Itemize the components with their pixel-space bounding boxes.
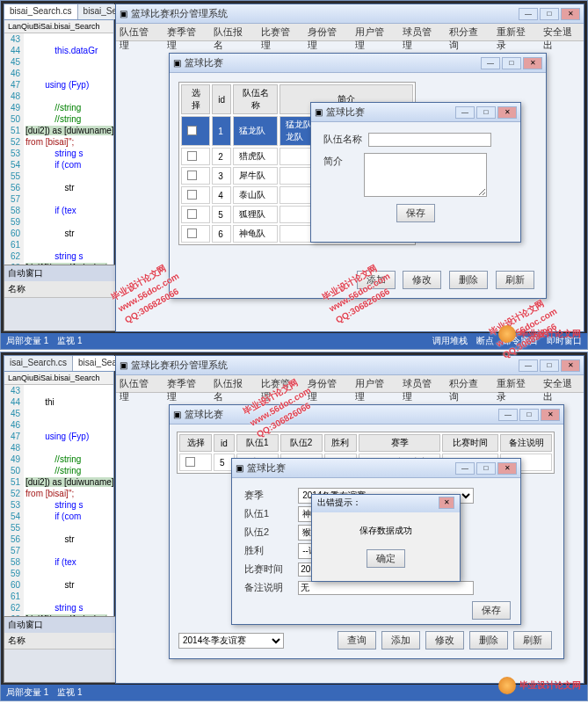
menu-match[interactable]: 比赛管理: [261, 25, 298, 39]
menu-team[interactable]: 队伍管理: [120, 25, 156, 39]
menu-exit[interactable]: 安全退出: [543, 377, 580, 390]
mth-t2[interactable]: 队伍2: [280, 434, 323, 452]
menu-signup[interactable]: 队伍报名: [214, 25, 250, 39]
mth-sel[interactable]: 选择: [179, 434, 212, 452]
chk[interactable]: [187, 151, 197, 161]
edit-button[interactable]: 修改: [403, 271, 441, 289]
mf-min[interactable]: —: [455, 462, 475, 475]
chk[interactable]: [187, 190, 197, 200]
th-name[interactable]: 队伍名称: [233, 84, 278, 114]
menu-user[interactable]: 用户管理: [355, 25, 392, 39]
save-button[interactable]: 保存: [396, 204, 435, 222]
status-breakpoint[interactable]: 断点: [476, 335, 494, 347]
add-button-2[interactable]: 添加: [381, 631, 420, 650]
desc-input[interactable]: [364, 153, 487, 197]
close-2[interactable]: ✕: [561, 359, 580, 372]
mth-win[interactable]: 胜利: [324, 434, 357, 452]
menu-user[interactable]: 用户管理: [355, 377, 392, 390]
del-button-2[interactable]: 删除: [469, 631, 508, 650]
note-input[interactable]: [298, 581, 474, 595]
chk[interactable]: [187, 209, 197, 219]
mf-close[interactable]: ✕: [497, 462, 517, 475]
mf-max[interactable]: □: [476, 462, 496, 475]
menu-relogin[interactable]: 重新登录: [497, 377, 534, 390]
mth-season[interactable]: 赛季: [359, 434, 441, 452]
name-input[interactable]: [368, 133, 491, 147]
tab-1[interactable]: bisai_Search.cs: [4, 4, 78, 19]
refresh-button[interactable]: 刷新: [496, 271, 534, 289]
dialog-icon: ▣: [173, 58, 181, 68]
mdlg-min[interactable]: —: [498, 409, 518, 421]
max-2[interactable]: □: [540, 359, 559, 372]
menu-season[interactable]: 赛季管理: [167, 25, 204, 39]
msg-title[interactable]: 出错提示： ✕: [312, 495, 460, 512]
min-2[interactable]: —: [519, 359, 538, 372]
status-local-2[interactable]: 局部变量 1: [6, 686, 48, 699]
ball-icon: [498, 325, 516, 343]
edit-min[interactable]: —: [455, 106, 475, 119]
mform-titlebar[interactable]: ▣ 篮球比赛 — □ ✕: [232, 459, 520, 478]
mform-icon: ▣: [236, 463, 243, 473]
dlg-min[interactable]: —: [481, 57, 500, 69]
status-watch-2[interactable]: 监视 1: [57, 686, 82, 699]
menu-identity[interactable]: 身份管理: [308, 377, 345, 390]
add-button[interactable]: 添加: [357, 271, 396, 289]
mth-time[interactable]: 比赛时间: [442, 434, 498, 452]
menu-player[interactable]: 球员管理: [403, 377, 439, 390]
mth-t1[interactable]: 队伍1: [236, 434, 279, 452]
chk[interactable]: [185, 457, 195, 467]
mdlg-close[interactable]: ✕: [541, 409, 560, 421]
filter-select[interactable]: 2014冬季友谊赛: [178, 633, 284, 649]
max-button[interactable]: □: [540, 8, 559, 20]
status-watch[interactable]: 监视 1: [57, 335, 82, 347]
team-titlebar[interactable]: ▣ 篮球比赛 — □ ✕: [170, 54, 546, 73]
min-button[interactable]: —: [519, 8, 538, 20]
chk[interactable]: [187, 171, 197, 180]
match-titlebar[interactable]: ▣ 篮球比赛 — □ ✕: [170, 405, 563, 425]
menu-player[interactable]: 球员管理: [403, 25, 439, 39]
menu-signup[interactable]: 队伍报名: [214, 377, 250, 390]
msg-close[interactable]: ✕: [439, 497, 454, 509]
close-button[interactable]: ✕: [561, 8, 580, 20]
edit-titlebar[interactable]: ▣ 篮球比赛 — □ ✕: [311, 103, 520, 122]
th-sel[interactable]: 选择: [181, 84, 210, 114]
menubar-2: 队伍管理 赛季管理 队伍报名 比赛管理 身份管理 用户管理 球员管理 积分查询 …: [116, 375, 584, 393]
refresh-button-2[interactable]: 刷新: [513, 631, 552, 650]
main-titlebar-2[interactable]: ▣ 篮球比赛积分管理系统 — □ ✕: [116, 356, 584, 375]
logo-56doc: 毕业设计论文网: [498, 325, 581, 343]
chk[interactable]: [187, 229, 197, 238]
app-icon: ▣: [120, 9, 127, 18]
breadcrumb: LanQiuBiSai.bisai_Search: [4, 20, 113, 33]
main-title: 篮球比赛积分管理系统: [127, 7, 519, 20]
status-callstack[interactable]: 调用堆栈: [432, 335, 468, 347]
mdlg-max[interactable]: □: [519, 409, 539, 421]
tab-strip-2: isai_Search.cs bisai_Search.cs: [4, 356, 113, 372]
edit-button-2[interactable]: 修改: [425, 631, 464, 650]
saiji-label: 赛季: [241, 487, 267, 504]
mform-save[interactable]: 保存: [472, 601, 511, 620]
menu-score[interactable]: 积分查询: [449, 25, 486, 39]
menu-identity[interactable]: 身份管理: [308, 25, 345, 39]
edit-body: 队伍名称 简介 保存: [311, 122, 520, 231]
menu-team[interactable]: 队伍管理: [120, 377, 156, 390]
edit-max[interactable]: □: [476, 106, 496, 119]
th-id[interactable]: id: [212, 84, 231, 114]
msg-ok[interactable]: 确定: [367, 549, 405, 568]
dlg-max[interactable]: □: [502, 57, 521, 69]
menu-match[interactable]: 比赛管理: [261, 377, 298, 390]
menu-season[interactable]: 赛季管理: [167, 377, 204, 390]
query-button[interactable]: 查询: [338, 631, 376, 650]
tab-b1[interactable]: isai_Search.cs: [4, 356, 73, 371]
status-local[interactable]: 局部变量 1: [6, 335, 48, 347]
dlg-close[interactable]: ✕: [523, 57, 542, 69]
menu-exit[interactable]: 安全退出: [543, 25, 580, 39]
mth-id[interactable]: id: [214, 434, 235, 452]
menu-score[interactable]: 积分查询: [449, 377, 486, 390]
chk[interactable]: [187, 126, 197, 135]
mth-note[interactable]: 备注说明: [500, 434, 552, 452]
menu-relogin[interactable]: 重新登录: [497, 25, 534, 39]
team-title: 篮球比赛: [181, 56, 481, 69]
main-titlebar[interactable]: ▣ 篮球比赛积分管理系统 — □ ✕: [116, 4, 584, 24]
edit-close[interactable]: ✕: [497, 106, 517, 119]
del-button[interactable]: 删除: [449, 271, 488, 289]
